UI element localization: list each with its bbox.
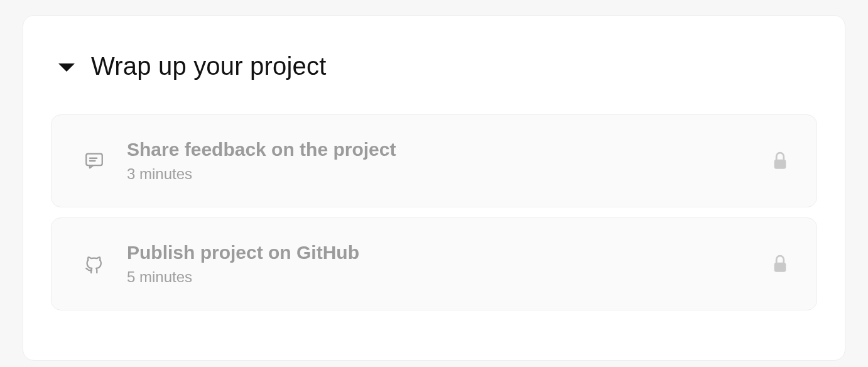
comment-icon	[83, 150, 106, 172]
lock-icon	[771, 150, 789, 172]
lesson-item-github[interactable]: Publish project on GitHub 5 minutes	[51, 217, 817, 310]
github-icon	[83, 253, 106, 275]
section-header[interactable]: Wrap up your project	[51, 52, 817, 80]
caret-down-icon	[58, 63, 75, 72]
lesson-title: Publish project on GitHub	[127, 242, 771, 263]
lesson-body: Share feedback on the project 3 minutes	[127, 139, 771, 183]
lesson-duration: 3 minutes	[127, 165, 771, 183]
lesson-title: Share feedback on the project	[127, 139, 771, 160]
svg-rect-3	[774, 160, 786, 169]
lesson-list: Share feedback on the project 3 minutes …	[51, 114, 817, 310]
lesson-duration: 5 minutes	[127, 268, 771, 286]
lock-icon	[771, 253, 789, 275]
lesson-item-feedback[interactable]: Share feedback on the project 3 minutes	[51, 114, 817, 207]
svg-rect-4	[774, 263, 786, 272]
svg-rect-0	[86, 154, 102, 165]
lesson-body: Publish project on GitHub 5 minutes	[127, 242, 771, 286]
section-title: Wrap up your project	[91, 52, 327, 80]
section-card: Wrap up your project Share feedback on t…	[23, 15, 845, 361]
